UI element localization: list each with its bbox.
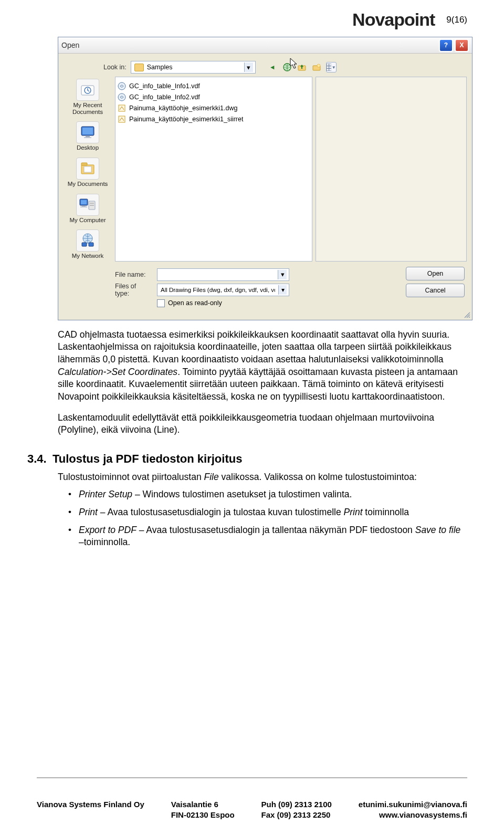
bullet-icon: • (68, 506, 71, 519)
list-item[interactable]: GC_info_table_Info1.vdf (118, 80, 310, 91)
list-item[interactable]: Painuma_käyttöohje_esimerkki1.dwg (118, 102, 310, 113)
file-icon (118, 115, 126, 123)
new-folder-icon[interactable] (311, 62, 322, 72)
preview-pane (316, 77, 467, 262)
page-number: 9(16) (446, 15, 467, 25)
svg-rect-31 (119, 116, 125, 122)
footer-col: Puh (09) 2313 2100 Fax (09) 2313 2250 (261, 799, 332, 821)
paragraph: CAD ohjelmasta tuotaessa esimerkiksi poi… (58, 329, 462, 403)
footer-divider (37, 777, 467, 778)
filetypes-label: Files of type: (115, 283, 152, 297)
view-mode-icon[interactable]: ▼ (326, 62, 337, 72)
footer-col: etunimi.sukunimi@vianova.fi www.vianovas… (359, 799, 467, 821)
lookin-combo[interactable]: Samples ▾ (131, 61, 256, 74)
places-bar: My Recent Documents Desktop My Documents… (64, 77, 112, 262)
bullet-list: • Printer Setup – Windows tulostimen ase… (58, 488, 462, 549)
file-icon (118, 104, 126, 112)
file-list[interactable]: GC_info_table_Info1.vdf GC_info_table_In… (115, 77, 312, 262)
footer-col: Vaisalantie 6 FIN-02130 Espoo (171, 799, 235, 821)
places-documents[interactable]: My Documents (64, 155, 112, 190)
places-computer[interactable]: My Computer (64, 192, 112, 226)
page-header: Novapoint 9(16) (352, 9, 467, 30)
svg-rect-20 (82, 205, 86, 206)
filetypes-combo[interactable]: All Drawing Files (dwg, dxf, dgn, vdf, v… (157, 284, 289, 296)
dialog-title: Open (61, 41, 79, 49)
file-icon (118, 93, 126, 101)
back-icon[interactable]: ◄ (267, 62, 278, 72)
cancel-button[interactable]: Cancel (406, 284, 465, 297)
svg-rect-16 (81, 163, 87, 165)
chevron-down-icon[interactable]: ▾ (278, 270, 287, 279)
open-dialog: Open ? X Look in: Samples ▾ ◄ ▼ (58, 37, 472, 320)
svg-rect-14 (84, 137, 91, 138)
page-footer: Vianova Systems Finland Oy Vaisalantie 6… (37, 799, 467, 821)
svg-rect-27 (89, 243, 93, 246)
file-icon (118, 82, 126, 90)
section-heading: 3.4.Tulostus ja PDF tiedoston kirjoitus (27, 452, 467, 466)
list-item: • Export to PDF – Avaa tulostusasetusdia… (68, 524, 462, 549)
close-button[interactable]: X (455, 39, 469, 52)
chevron-down-icon[interactable]: ▾ (244, 62, 253, 72)
lookin-label: Look in: (103, 64, 127, 71)
help-button[interactable]: ? (439, 39, 453, 52)
list-item: • Print – Avaa tulostusasetusdialogin ja… (68, 506, 462, 519)
list-item: • Printer Setup – Windows tulostimen ase… (68, 488, 462, 501)
dialog-titlebar: Open ? X (58, 37, 472, 54)
places-network[interactable]: My Network (64, 227, 112, 262)
list-item[interactable]: GC_info_table_Info2.vdf (118, 91, 310, 102)
readonly-checkbox[interactable] (157, 299, 165, 307)
svg-rect-19 (81, 200, 87, 204)
cursor-icon (290, 58, 299, 71)
svg-rect-21 (80, 206, 87, 207)
svg-rect-12 (82, 128, 93, 134)
svg-rect-13 (86, 135, 90, 137)
chevron-down-icon[interactable]: ▾ (278, 285, 287, 295)
bullet-icon: • (68, 524, 71, 549)
svg-rect-17 (84, 166, 91, 172)
filename-input[interactable]: ▾ (157, 268, 289, 281)
bullet-icon: • (68, 488, 71, 501)
lookin-value: Samples (147, 64, 173, 71)
svg-rect-29 (118, 93, 125, 101)
svg-rect-26 (82, 243, 87, 246)
places-desktop[interactable]: Desktop (64, 119, 112, 153)
places-recent[interactable]: My Recent Documents (64, 77, 112, 117)
folder-icon (134, 64, 144, 71)
svg-rect-30 (119, 105, 125, 111)
svg-rect-24 (90, 205, 94, 206)
svg-point-3 (317, 64, 320, 67)
open-button[interactable]: Open (406, 267, 465, 280)
paragraph: Laskentamoduulit edellyttävät että poikk… (58, 412, 462, 436)
section-intro: Tulostustoiminnot ovat piirtoalustan Fil… (58, 471, 462, 484)
svg-rect-28 (118, 82, 125, 90)
readonly-label: Open as read-only (168, 299, 222, 307)
svg-rect-23 (90, 203, 94, 204)
body-text: CAD ohjelmasta tuotaessa esimerkiksi poi… (58, 329, 462, 436)
footer-col: Vianova Systems Finland Oy (37, 799, 144, 821)
logo: Novapoint (352, 9, 435, 30)
list-item[interactable]: Painuma_käyttöohje_esimerkki1_siirret (118, 113, 310, 124)
filename-label: File name: (115, 271, 152, 278)
resize-grip[interactable] (58, 311, 472, 320)
